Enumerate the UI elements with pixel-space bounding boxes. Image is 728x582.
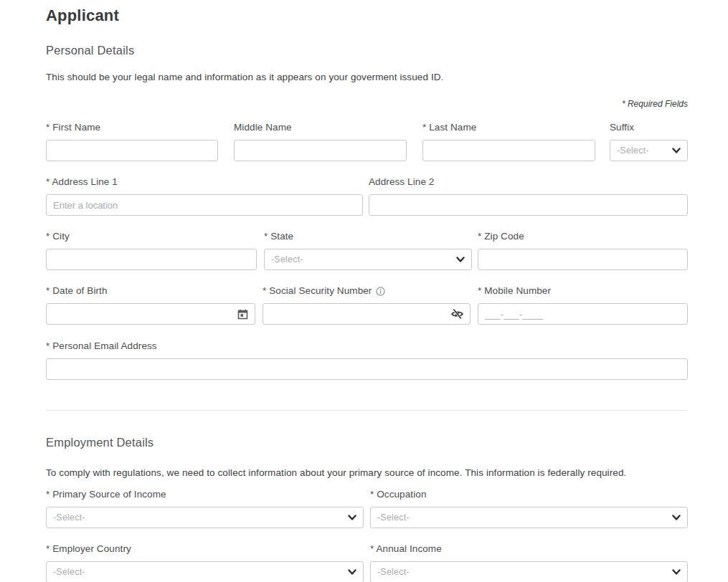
primary-income-select[interactable]: -Select-: [46, 507, 364, 528]
city-input[interactable]: [53, 254, 250, 265]
chevron-down-icon: [456, 257, 465, 263]
last-name-input-wrap: [422, 140, 595, 161]
first-name-input-wrap: [46, 140, 218, 161]
occupation-field: * Occupation -Select-: [370, 490, 688, 528]
zip-input[interactable]: [485, 254, 681, 265]
state-select[interactable]: -Select-: [264, 249, 472, 270]
email-input[interactable]: [53, 364, 681, 375]
name-row: * First Name Middle Name * Last Name Suf…: [46, 123, 688, 161]
occupation-select[interactable]: -Select-: [370, 507, 688, 528]
middle-name-input-wrap: [234, 140, 407, 161]
employer-country-select-value: -Select-: [53, 567, 348, 577]
primary-income-field: * Primary Source of Income -Select-: [46, 490, 364, 528]
date-of-birth-input-wrap: [46, 303, 255, 325]
email-field: * Personal Email Address: [46, 341, 688, 380]
address-line1-field: * Address Line 1: [46, 177, 363, 216]
middle-name-label: Middle Name: [234, 123, 407, 133]
address-line2-input[interactable]: [376, 200, 681, 211]
applicant-form-page: Applicant Personal Details This should b…: [0, 0, 728, 582]
calendar-icon[interactable]: [237, 309, 248, 320]
address-row: * Address Line 1 Address Line 2: [46, 177, 688, 216]
address-line2-label: Address Line 2: [369, 177, 688, 187]
last-name-field: * Last Name: [422, 123, 595, 161]
eye-off-icon[interactable]: [451, 309, 463, 319]
city-input-wrap: [46, 249, 257, 270]
date-of-birth-label: * Date of Birth: [46, 286, 255, 296]
suffix-label: Suffix: [610, 123, 688, 133]
chevron-down-icon: [348, 569, 356, 576]
ssn-label-text: * Social Security Number: [263, 286, 372, 296]
personal-details-heading: Personal Details: [46, 44, 688, 57]
last-name-label: * Last Name: [422, 123, 595, 133]
zip-label: * Zip Code: [478, 232, 688, 242]
employment-details-heading: Employment Details: [46, 436, 688, 449]
chevron-down-icon: [348, 515, 356, 521]
annual-income-select-value: -Select-: [377, 567, 672, 577]
chevron-down-icon: [672, 569, 681, 576]
date-of-birth-input[interactable]: [53, 309, 237, 320]
dob-ssn-mobile-row: * Date of Birth * Social Security Number: [46, 286, 688, 325]
state-field: * State -Select-: [264, 232, 472, 270]
city-label: * City: [46, 232, 257, 242]
first-name-field: * First Name: [46, 123, 218, 161]
mobile-number-input[interactable]: [485, 309, 681, 320]
city-state-zip-row: * City * State -Select- * Zip Code: [46, 232, 688, 270]
income-occupation-row: * Primary Source of Income -Select- * Oc…: [46, 490, 688, 528]
employer-country-label: * Employer Country: [46, 544, 364, 554]
employer-country-field: * Employer Country -Select-: [46, 544, 364, 582]
state-select-value: -Select-: [271, 254, 456, 264]
first-name-input[interactable]: [53, 146, 211, 156]
ssn-input-wrap: [263, 303, 471, 325]
state-label: * State: [264, 232, 472, 242]
address-line2-input-wrap: [369, 194, 688, 216]
chevron-down-icon: [672, 515, 681, 521]
address-line1-input-wrap: [46, 194, 363, 216]
personal-details-description: This should be your legal name and infor…: [46, 72, 688, 82]
date-of-birth-field: * Date of Birth: [46, 286, 255, 325]
middle-name-input[interactable]: [241, 146, 400, 156]
annual-income-label: * Annual Income: [370, 544, 688, 554]
mobile-number-field: * Mobile Number: [478, 286, 688, 325]
primary-income-label: * Primary Source of Income: [46, 490, 364, 500]
occupation-select-value: -Select-: [377, 512, 672, 523]
middle-name-field: Middle Name: [234, 123, 407, 161]
chevron-down-icon: [672, 148, 681, 154]
employer-country-select[interactable]: -Select-: [46, 561, 364, 582]
suffix-select-value: -Select-: [617, 146, 672, 156]
first-name-label: * First Name: [46, 123, 218, 133]
email-row: * Personal Email Address: [46, 341, 688, 380]
city-field: * City: [46, 232, 257, 270]
suffix-select[interactable]: -Select-: [610, 140, 688, 161]
employment-details-description: To comply with regulations, we need to c…: [46, 467, 688, 478]
email-input-wrap: [46, 358, 688, 380]
zip-input-wrap: [478, 249, 688, 270]
suffix-field: Suffix -Select-: [610, 123, 688, 161]
email-label: * Personal Email Address: [46, 341, 688, 351]
ssn-label: * Social Security Number: [263, 286, 471, 296]
address-line1-label: * Address Line 1: [46, 177, 363, 187]
mobile-number-input-wrap: [478, 303, 688, 325]
mobile-number-label: * Mobile Number: [478, 286, 688, 296]
annual-income-select[interactable]: -Select-: [370, 561, 688, 582]
annual-income-field: * Annual Income -Select-: [370, 544, 688, 582]
last-name-input[interactable]: [430, 146, 588, 156]
occupation-label: * Occupation: [370, 490, 688, 500]
ssn-field: * Social Security Number: [263, 286, 471, 325]
address-line1-input[interactable]: [53, 200, 356, 211]
required-fields-note: * Required Fields: [46, 100, 688, 109]
address-line2-field: Address Line 2: [369, 177, 688, 216]
ssn-input[interactable]: [270, 309, 451, 320]
page-title: Applicant: [46, 7, 688, 24]
zip-field: * Zip Code: [478, 232, 688, 270]
primary-income-select-value: -Select-: [53, 512, 348, 523]
info-icon[interactable]: [376, 287, 385, 296]
country-income-row: * Employer Country -Select- * Annual Inc…: [46, 544, 688, 582]
section-divider: [46, 410, 688, 411]
